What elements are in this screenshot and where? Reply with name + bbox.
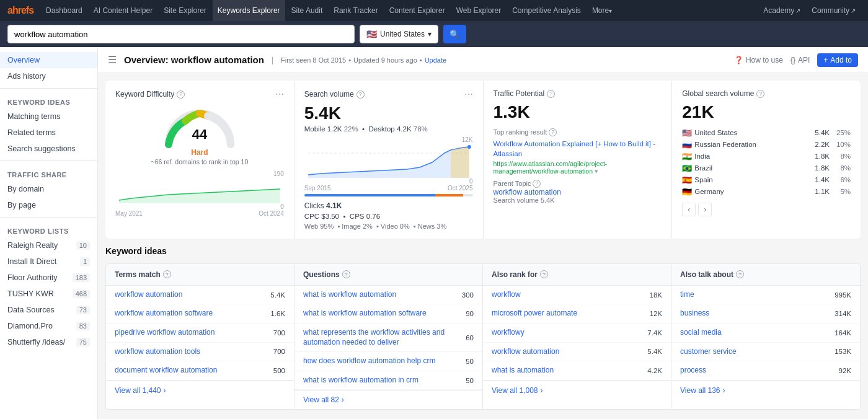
sidebar-item-related-terms[interactable]: Related terms	[0, 125, 97, 141]
sidebar-item-by-domain[interactable]: By domain	[0, 181, 97, 197]
tp-header: Traffic Potential ?	[494, 89, 662, 98]
keyword-vol-4: 50	[466, 377, 474, 384]
sidebar-item-ads-history[interactable]: Ads history	[0, 68, 97, 84]
kd-trend-max: 190	[115, 170, 284, 177]
keyword-link-4[interactable]: what is automation	[492, 366, 647, 376]
nav-web-explorer[interactable]: Web Explorer	[451, 0, 506, 21]
logo[interactable]: ahrefs	[7, 5, 33, 16]
nav-keywords-explorer[interactable]: Keywords Explorer	[213, 0, 285, 21]
ideas-row-0: workflow automation 5.4K	[106, 286, 294, 305]
sidebar-item-install-it-direct[interactable]: Install It Direct 1	[0, 254, 97, 270]
ideas-row-4: document workflow automation 500	[106, 361, 294, 381]
questions-view-all[interactable]: View all 82 ›	[294, 390, 482, 409]
sidebar-item-floor-authority[interactable]: Floor Authority 183	[0, 270, 97, 286]
ideas-row-0: what is workflow automation 300	[294, 286, 482, 305]
keyword-vol-1: 90	[466, 310, 474, 317]
keyword-link-3[interactable]: customer service	[680, 347, 835, 357]
nav-rank-tracker[interactable]: Rank Tracker	[329, 0, 383, 21]
next-page-btn[interactable]: ›	[698, 203, 712, 216]
prev-page-btn[interactable]: ‹	[682, 203, 696, 216]
keyword-link-4[interactable]: process	[680, 366, 839, 376]
page-meta: First seen 8 Oct 2015 • Updated 9 hours …	[281, 56, 446, 64]
keyword-link-1[interactable]: workflow automation software	[115, 309, 270, 319]
nav-academy[interactable]: Academy	[758, 0, 805, 21]
keyword-link-0[interactable]: workflow	[492, 290, 650, 300]
sidebar-item-shutterfly[interactable]: Shutterfly /ideas/ 75	[0, 334, 97, 350]
ideas-grid: Terms match ? workflow automation 5.4K w…	[105, 263, 861, 410]
api-btn[interactable]: {} API	[790, 56, 810, 64]
nav-more[interactable]: More	[587, 0, 617, 21]
keyword-link-0[interactable]: time	[680, 290, 835, 300]
nav-dashboard[interactable]: Dashboard	[41, 0, 87, 21]
also-talk-view-all[interactable]: View all 136 ›	[671, 381, 860, 400]
nav-community[interactable]: Community	[807, 0, 861, 21]
nav-site-audit[interactable]: Site Audit	[286, 0, 328, 21]
hamburger-icon[interactable]: ☰	[108, 54, 117, 66]
keyword-link-3[interactable]: how does workflow automation help crm	[303, 356, 466, 366]
country-selector[interactable]: 🇺🇸 United States ▾	[360, 25, 438, 43]
search-button[interactable]: 🔍	[443, 25, 466, 43]
tp-parent-info-icon[interactable]: ?	[533, 180, 541, 188]
ideas-row-3: workflow automation 5.4K	[483, 343, 671, 362]
keyword-link-2[interactable]: social media	[680, 328, 835, 338]
tp-result-link[interactable]: Workflow Automation Explained [+ How to …	[494, 139, 662, 159]
nav-competitive-analysis[interactable]: Competitive Analysis	[507, 0, 586, 21]
kd-info-icon[interactable]: ?	[177, 90, 185, 99]
nav-ai-content-helper[interactable]: AI Content Helper	[89, 0, 157, 21]
keyword-link-3[interactable]: workflow automation tools	[115, 347, 273, 357]
plus-icon: +	[823, 56, 828, 64]
sv-title: Search volume ?	[304, 90, 365, 99]
tp-parent-label: Parent Topic ?	[494, 180, 662, 188]
svg-point-4	[467, 145, 471, 149]
kd-header: Keyword Difficulty ? ⋯	[115, 89, 284, 99]
keyword-link-2[interactable]: what represents the workflow activities …	[303, 328, 466, 347]
tp-info-icon[interactable]: ?	[547, 90, 555, 98]
tp-parent-sv: Search volume 5.4K	[494, 196, 662, 204]
keyword-link-1[interactable]: business	[680, 309, 835, 319]
gsv-info-icon[interactable]: ?	[756, 90, 764, 98]
sidebar-item-matching-terms[interactable]: Matching terms	[0, 108, 97, 125]
search-input[interactable]	[7, 25, 355, 43]
keyword-link-4[interactable]: what is workflow automation in crm	[303, 376, 466, 386]
keyword-vol-2: 7.4K	[647, 329, 662, 337]
tp-parent-value[interactable]: workflow automation	[494, 188, 662, 196]
also-rank-info-icon[interactable]: ?	[540, 270, 548, 278]
keyword-link-1[interactable]: what is workflow automation software	[303, 309, 466, 319]
also-rank-view-all[interactable]: View all 1,008 ›	[483, 381, 671, 400]
sidebar-item-search-suggestions[interactable]: Search suggestions	[0, 141, 97, 157]
sidebar-item-diamond-pro[interactable]: Diamond.Pro 83	[0, 318, 97, 334]
sv-info-icon[interactable]: ?	[356, 90, 365, 99]
sidebar-item-raleigh-realty[interactable]: Raleigh Realty 10	[0, 237, 97, 254]
keyword-link-0[interactable]: what is workflow automation	[303, 290, 462, 300]
keyword-link-3[interactable]: workflow automation	[492, 347, 647, 357]
update-link[interactable]: Update	[425, 56, 446, 64]
sv-chart-container: 12K 0 Sep 2015 O	[304, 136, 473, 196]
country-name-5: Germany	[694, 188, 805, 195]
keyword-link-2[interactable]: pipedrive workflow automation	[115, 328, 273, 338]
gsv-value: 21K	[682, 103, 851, 122]
keyword-vol-2: 60	[466, 334, 474, 342]
keyword-vol-2: 700	[273, 329, 285, 337]
keyword-link-2[interactable]: workflowy	[492, 328, 647, 338]
how-to-use-btn[interactable]: ❓ How to use	[734, 56, 783, 64]
sidebar-item-by-page[interactable]: By page	[0, 197, 97, 213]
expand-icon[interactable]: ▾	[595, 167, 598, 175]
sidebar-item-overview[interactable]: Overview	[0, 52, 97, 68]
keyword-link-0[interactable]: workflow automation	[115, 290, 270, 300]
terms-match-view-all[interactable]: View all 1,440 ›	[106, 381, 294, 400]
add-to-button[interactable]: + Add to	[817, 53, 858, 67]
sidebar-item-tushy-kwr[interactable]: TUSHY KWR 468	[0, 286, 97, 302]
also-talk-info-icon[interactable]: ?	[736, 270, 744, 278]
keyword-link-4[interactable]: document workflow automation	[115, 366, 273, 376]
nav-site-explorer[interactable]: Site Explorer	[159, 0, 211, 21]
sv-more-icon[interactable]: ⋯	[464, 89, 473, 99]
keyword-link-1[interactable]: microsoft power automate	[492, 309, 650, 319]
first-seen-text: First seen 8 Oct 2015	[281, 56, 346, 64]
nav-content-explorer[interactable]: Content Explorer	[384, 0, 450, 21]
tp-result-info-icon[interactable]: ?	[549, 128, 557, 136]
country-vol-4: 1.4K	[808, 176, 830, 183]
kd-more-icon[interactable]: ⋯	[275, 89, 284, 99]
sidebar-item-data-sources[interactable]: Data Sources 73	[0, 302, 97, 318]
questions-info-icon[interactable]: ?	[342, 270, 350, 278]
terms-match-info-icon[interactable]: ?	[163, 270, 171, 278]
